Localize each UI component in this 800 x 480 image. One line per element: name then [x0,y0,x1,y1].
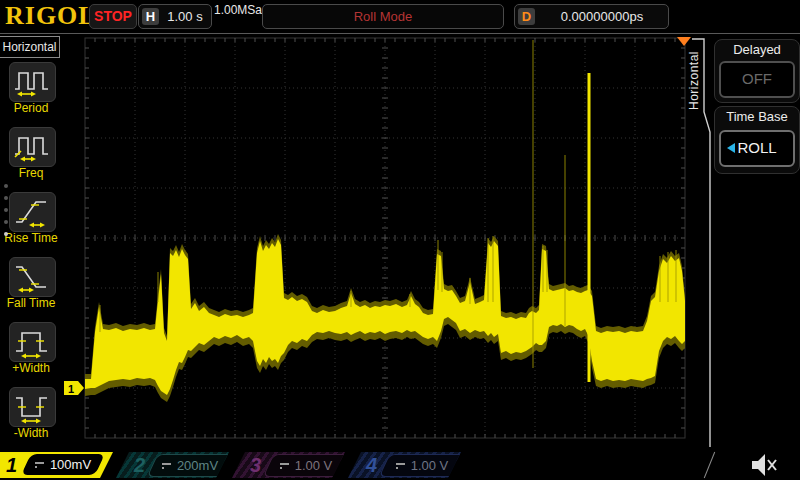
time-base-label: Time Base [715,109,799,124]
mode-banner: Roll Mode [262,4,504,29]
channel-2-number: 2 [134,452,145,478]
delayed-value: OFF [719,61,795,98]
measure-label-freq: Freq [0,166,62,180]
channel-2-scale: 200mV [177,458,218,473]
top-status-bar: RIGOL STOP H 1.00 s 1.00MSa/s Roll Mode … [0,0,800,34]
channel-4-tab[interactable]: 4 1.00 V [348,452,461,478]
run-stop-status[interactable]: STOP [89,4,137,29]
svg-text:1: 1 [68,383,74,395]
selected-arrow-icon [727,143,735,153]
channel-1-scale: 100mV [50,457,91,472]
horizontal-timebase-box[interactable]: H 1.00 s [138,4,212,29]
minus-width-icon [13,390,51,424]
waveform-display: 1 [62,35,700,448]
measure-button-fall-time[interactable] [9,257,56,297]
channel-2-scale-box: 200mV [147,454,234,477]
measure-button-rise-time[interactable] [9,192,56,232]
coupling-dc-icon [162,463,171,469]
channel-1-number: 1 [6,452,17,478]
menu-item-delayed[interactable]: Delayed OFF [714,39,800,103]
measure-label-rise-time: Rise Time [0,231,62,245]
measure-label-period: Period [0,101,62,115]
menu-page-dot [4,184,8,188]
channel-3-tab[interactable]: 3 1.00 V [232,452,345,478]
left-menu-title: Horizontal [0,36,60,58]
menu-page-dot-active [4,232,8,236]
measure-label-plus-width: +Width [0,361,62,375]
rigol-logo: RIGOL [5,1,97,31]
menu-item-time-base[interactable]: Time Base ROLL [714,106,800,174]
plus-width-icon [13,325,51,359]
d-badge: D [518,8,535,25]
coupling-dc-icon [35,462,44,468]
measure-button-minus-width[interactable] [9,387,56,427]
channel-1-tab[interactable]: 1 100mV [0,452,113,478]
coupling-dc-icon [280,463,289,469]
time-base-value: ROLL [719,130,795,167]
channel-bar-divider [704,452,715,478]
measure-label-fall-time: Fall Time [0,296,62,310]
channel-3-scale: 1.00 V [295,458,333,473]
channel-4-scale: 1.00 V [411,458,449,473]
channel-4-number: 4 [366,452,377,478]
delayed-label: Delayed [715,42,799,57]
oscilloscope-screen: RIGOL STOP H 1.00 s 1.00MSa/s Roll Mode … [0,0,800,480]
measure-button-period[interactable] [9,62,56,102]
sound-muted-icon[interactable] [750,453,780,477]
freq-icon [13,130,51,164]
coupling-dc-icon [396,463,405,469]
measure-button-freq[interactable] [9,127,56,167]
channel-1-scale-box: 100mV [21,454,105,475]
h-badge: H [142,8,159,25]
right-menu-tab-horizontal: Horizontal [687,45,703,115]
rise-time-icon [13,195,51,229]
menu-page-dot [4,196,8,200]
period-icon [13,65,51,99]
channel-3-scale-box: 1.00 V [263,454,350,477]
menu-page-dot [4,220,8,224]
measure-button-plus-width[interactable] [9,322,56,362]
delay-offset-value: 0.00000000ps [539,5,665,28]
measure-label-minus-width: -Width [0,426,62,440]
fall-time-icon [13,260,51,294]
delay-offset-box[interactable]: D 0.00000000ps [514,4,669,29]
channel-4-scale-box: 1.00 V [379,454,466,477]
timebase-value: 1.00 s [161,5,209,28]
menu-page-dot [4,208,8,212]
channel-3-number: 3 [250,452,261,478]
channel-2-tab[interactable]: 2 200mV [116,452,229,478]
